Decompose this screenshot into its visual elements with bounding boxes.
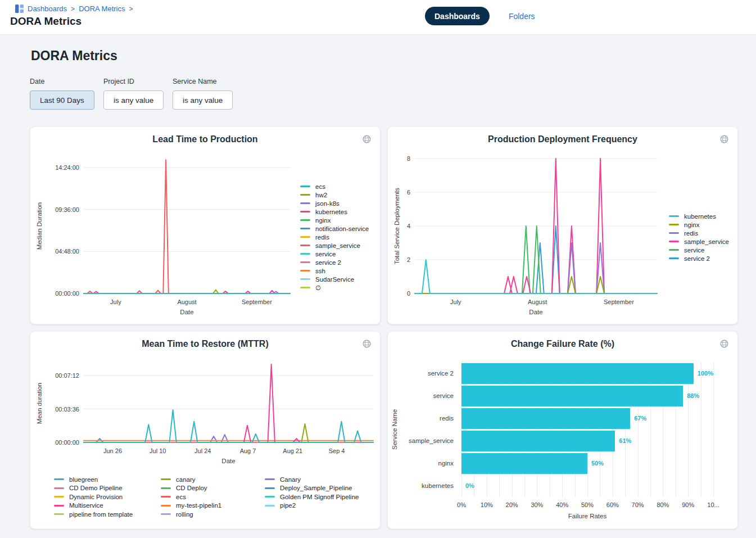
legend-item[interactable]: pipeline from template <box>54 510 161 519</box>
y-tick-label: 00:00:00 <box>55 290 79 297</box>
bar-value-label: 88% <box>687 392 699 399</box>
legend-item[interactable]: ssh <box>300 266 369 275</box>
bar[interactable] <box>461 453 587 474</box>
legend-swatch <box>265 478 275 480</box>
dashboards-grid-icon <box>15 4 24 13</box>
series-line-Canary[interactable] <box>84 435 373 442</box>
legend-item[interactable]: sample_service <box>300 241 369 250</box>
legend-item[interactable]: bluegreen <box>54 475 161 484</box>
y-axis-title: Total Service Deployments <box>393 188 400 264</box>
legend-label: canary <box>176 476 196 483</box>
legend-swatch <box>300 228 310 229</box>
series-line-kubernetes[interactable] <box>415 260 657 293</box>
mttr-legend: bluegreenCD Demo PipelineDynamic Provisi… <box>54 475 359 519</box>
legend-label: pipe2 <box>280 502 296 509</box>
bar[interactable] <box>461 431 615 451</box>
legend-item[interactable]: ecs <box>300 182 369 191</box>
legend-swatch <box>300 287 310 288</box>
legend-item[interactable]: CD Demo Pipeline <box>54 484 161 493</box>
legend-item[interactable]: hw2 <box>300 191 369 199</box>
tab-folders[interactable]: Folders <box>505 11 538 21</box>
x-tick-label: August <box>177 299 196 305</box>
legend-swatch <box>300 245 310 246</box>
legend-item[interactable]: kubernetes <box>300 207 369 216</box>
legend-swatch <box>669 224 679 225</box>
legend-item[interactable]: redis <box>669 229 729 237</box>
x-tick-label: Aug 21 <box>283 447 302 454</box>
legend-item[interactable]: notification-service <box>300 224 369 233</box>
legend-item[interactable]: rolling <box>161 510 265 519</box>
deployment-frequency-chart[interactable]: 02468JulyAugustSeptemberDateTotal Servic… <box>388 150 669 318</box>
legend-item[interactable]: Golden PM Signoff Pipeline <box>265 492 359 501</box>
legend-item[interactable]: service 2 <box>669 254 729 263</box>
legend-label: rolling <box>176 511 193 518</box>
legend-item[interactable]: kubernetes <box>669 212 729 220</box>
legend-item[interactable]: SudarService <box>300 275 369 283</box>
legend-item[interactable]: my-test-pipelin1 <box>161 501 265 510</box>
legend-item[interactable]: Dynamic Provision <box>54 492 161 501</box>
legend-swatch <box>300 270 310 272</box>
globe-icon[interactable] <box>362 134 372 144</box>
legend-label: nginx <box>684 221 700 228</box>
legend-label: ∅ <box>315 284 321 292</box>
legend-item[interactable]: nginx <box>669 220 729 229</box>
legend-label: Dynamic Provision <box>69 494 123 500</box>
series-line-Multiservice[interactable] <box>84 364 373 442</box>
legend-label: nginx <box>315 217 331 224</box>
series-line-redis[interactable] <box>415 243 657 293</box>
legend-item[interactable]: Multiservice <box>54 501 161 510</box>
legend-label: kubernetes <box>315 209 347 215</box>
project-id-filter-button[interactable]: is any value <box>103 91 164 110</box>
legend-item[interactable]: json-k8s <box>300 199 369 207</box>
bar[interactable] <box>461 363 694 384</box>
lead-time-chart[interactable]: 00:00:0004:48:0009:36:0014:24:00JulyAugu… <box>30 150 297 318</box>
series-line-canary[interactable] <box>84 424 373 442</box>
legend-label: redis <box>684 230 698 237</box>
legend-item[interactable]: Deploy_Sample_Pipeline <box>265 484 359 493</box>
bar-value-label: 61% <box>619 437 631 444</box>
legend-label: bluegreen <box>69 476 98 483</box>
change-failure-rate-chart[interactable]: service 2100%service88%redis67%sample_se… <box>388 362 739 497</box>
bar[interactable] <box>461 386 683 406</box>
legend-item[interactable]: ecs <box>161 492 265 501</box>
legend-item[interactable]: service 2 <box>300 258 369 266</box>
breadcrumb-link-dora-metrics[interactable]: DORA Metrics <box>79 4 125 13</box>
legend-swatch <box>300 202 310 204</box>
filter-label: Service Name <box>173 78 233 85</box>
bar-track: 100% <box>461 362 713 385</box>
bar-row: sample_service61% <box>388 430 739 452</box>
legend-item[interactable]: pipe2 <box>265 501 359 510</box>
dashboard-heading: DORA Metrics <box>31 48 117 64</box>
legend-item[interactable]: sample_service <box>669 237 729 246</box>
bar-track: 67% <box>461 407 713 430</box>
tab-dashboards[interactable]: Dashboards <box>425 7 490 25</box>
legend-item[interactable]: redis <box>300 233 369 241</box>
globe-icon[interactable] <box>719 339 729 349</box>
bar[interactable] <box>461 408 630 429</box>
legend-item[interactable]: canary <box>161 475 265 484</box>
legend-swatch <box>300 236 310 238</box>
legend-swatch <box>669 257 679 259</box>
breadcrumb-link-dashboards[interactable]: Dashboards <box>28 4 67 13</box>
legend-item[interactable]: service <box>669 246 729 254</box>
globe-icon[interactable] <box>362 339 372 349</box>
legend-item[interactable]: ∅ <box>300 283 369 292</box>
legend-swatch <box>54 513 64 515</box>
bar-value-label: 100% <box>698 370 713 377</box>
mttr-chart[interactable]: 00:00:0000:03:3600:07:12Jun 26Jul 10Jul … <box>30 358 381 467</box>
globe-icon[interactable] <box>719 134 729 144</box>
legend-item[interactable]: service <box>300 250 369 258</box>
legend-item[interactable]: nginx <box>300 216 369 224</box>
bar-rows: service 2100%service88%redis67%sample_se… <box>388 362 739 497</box>
legend-item[interactable]: CD Deploy <box>161 484 265 493</box>
service-name-filter-button[interactable]: is any value <box>173 91 233 110</box>
legend-swatch <box>669 241 679 242</box>
date-filter-button[interactable]: Last 90 Days <box>30 91 94 110</box>
legend-label: ssh <box>315 268 325 274</box>
legend-swatch <box>54 505 64 507</box>
legend-item[interactable]: Canary <box>265 475 359 484</box>
series-line-sample_service[interactable] <box>84 160 290 293</box>
y-tick-label: 6 <box>407 189 410 196</box>
series-line-bluegreen[interactable] <box>84 410 373 442</box>
y-axis-title: Median Duration <box>36 202 43 250</box>
